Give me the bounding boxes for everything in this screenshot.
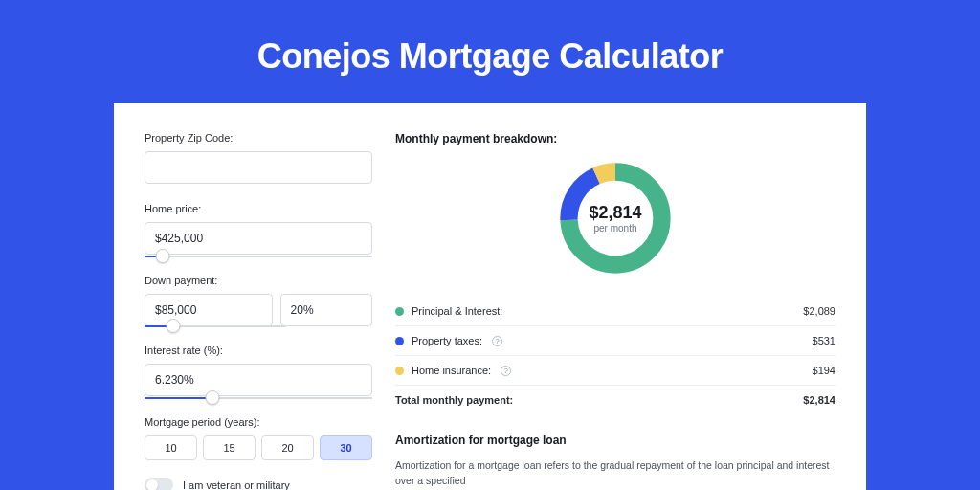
amortization-body: Amortization for a mortgage loan refers … <box>395 458 835 489</box>
slider-thumb[interactable] <box>166 319 180 333</box>
down-payment-slider[interactable] <box>145 325 286 327</box>
slider-thumb[interactable] <box>156 249 170 263</box>
donut-sub: per month <box>593 223 636 234</box>
period-option-15[interactable]: 15 <box>203 435 256 460</box>
legend-row: Principal & Interest:$2,089 <box>395 297 835 326</box>
legend-row: Home insurance:?$194 <box>395 356 835 386</box>
home-price-slider[interactable] <box>145 256 372 257</box>
legend: Principal & Interest:$2,089Property taxe… <box>395 297 835 386</box>
veteran-row: I am veteran or military <box>145 478 372 490</box>
period-option-20[interactable]: 20 <box>261 435 314 460</box>
interest-rate-slider[interactable] <box>145 397 372 399</box>
legend-dot <box>395 367 404 375</box>
period-option-10[interactable]: 10 <box>145 435 197 460</box>
home-price-group: Home price: <box>145 203 372 257</box>
period-options: 10152030 <box>145 435 372 460</box>
amortization-section: Amortization for mortgage loan Amortizat… <box>395 434 835 489</box>
breakdown-column: Monthly payment breakdown: $2,814 per mo… <box>395 132 835 490</box>
donut-chart-wrap: $2,814 per month <box>395 157 835 279</box>
page-title: Conejos Mortgage Calculator <box>0 0 980 103</box>
breakdown-heading: Monthly payment breakdown: <box>395 132 835 145</box>
zip-group: Property Zip Code: <box>145 132 372 186</box>
info-icon[interactable]: ? <box>501 366 511 376</box>
interest-rate-label: Interest rate (%): <box>145 345 372 356</box>
legend-label: Principal & Interest: <box>412 305 502 317</box>
zip-label: Property Zip Code: <box>145 132 372 144</box>
period-label: Mortgage period (years): <box>145 416 372 428</box>
legend-dot <box>395 337 404 345</box>
total-value: $2,814 <box>803 394 835 406</box>
legend-dot <box>395 307 404 316</box>
legend-value: $194 <box>813 365 835 376</box>
legend-row: Property taxes:?$531 <box>395 326 835 356</box>
donut-amount: $2,814 <box>589 203 641 223</box>
veteran-toggle[interactable] <box>145 478 173 490</box>
total-label: Total monthly payment: <box>395 394 513 406</box>
donut-chart: $2,814 per month <box>554 157 677 279</box>
form-column: Property Zip Code: Home price: Down paym… <box>145 132 372 490</box>
down-payment-amount-input[interactable] <box>145 294 273 326</box>
down-payment-label: Down payment: <box>145 275 372 286</box>
total-row: Total monthly payment: $2,814 <box>395 386 835 414</box>
legend-value: $2,089 <box>803 305 835 317</box>
home-price-input[interactable] <box>145 222 372 255</box>
down-payment-percent-input[interactable] <box>280 294 372 326</box>
calculator-card: Property Zip Code: Home price: Down paym… <box>114 103 866 490</box>
legend-label: Property taxes: <box>412 335 482 346</box>
info-icon[interactable]: ? <box>492 336 502 346</box>
down-payment-group: Down payment: <box>145 275 372 327</box>
period-option-30[interactable]: 30 <box>320 435 372 460</box>
interest-rate-input[interactable] <box>145 364 372 396</box>
donut-center: $2,814 per month <box>554 157 677 279</box>
amortization-heading: Amortization for mortgage loan <box>395 434 835 447</box>
legend-value: $531 <box>813 335 835 346</box>
interest-rate-group: Interest rate (%): <box>145 345 372 399</box>
slider-fill <box>145 397 212 399</box>
veteran-label: I am veteran or military <box>183 479 290 490</box>
slider-thumb[interactable] <box>206 390 220 405</box>
zip-input[interactable] <box>145 151 372 184</box>
period-group: Mortgage period (years): 10152030 <box>145 416 372 460</box>
legend-label: Home insurance: <box>412 365 491 376</box>
home-price-label: Home price: <box>145 203 372 214</box>
